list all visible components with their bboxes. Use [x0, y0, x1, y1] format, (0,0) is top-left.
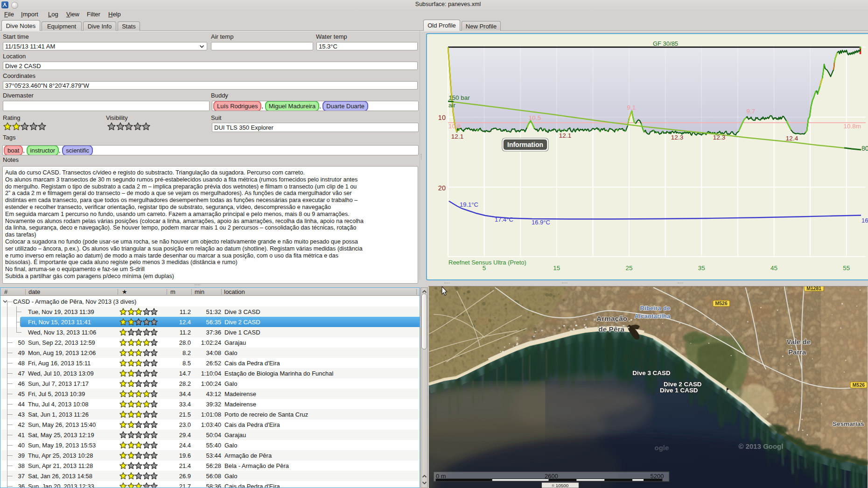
svg-text:12.4: 12.4	[786, 135, 798, 142]
svg-text:10.5: 10.5	[529, 114, 541, 121]
svg-text:150 bar: 150 bar	[448, 94, 470, 101]
svg-text:© 2013 Googl: © 2013 Googl	[739, 442, 784, 450]
svg-text:12.1: 12.1	[559, 132, 571, 139]
svg-text:Dive 2 CASD: Dive 2 CASD	[664, 381, 702, 388]
svg-text:0 m: 0 m	[436, 473, 446, 480]
svg-text:19.1°C: 19.1°C	[460, 201, 478, 208]
svg-text:Information: Information	[507, 141, 543, 148]
svg-text:9.1: 9.1	[627, 104, 636, 111]
svg-text:Vale de: Vale de	[786, 338, 811, 346]
svg-text:5200: 5200	[651, 473, 664, 480]
svg-text:≈ 10500: ≈ 10500	[552, 483, 568, 488]
svg-text:M1281: M1281	[806, 286, 821, 291]
svg-text:Alcantarilha: Alcantarilha	[634, 313, 671, 320]
svg-text:12.3: 12.3	[671, 134, 683, 141]
svg-text:GF 30/85: GF 30/85	[653, 40, 678, 47]
svg-text:de Pêra: de Pêra	[598, 325, 624, 333]
svg-text:5: 5	[483, 265, 486, 272]
svg-text:25: 25	[626, 265, 633, 272]
svg-text:Dive 3 CASD: Dive 3 CASD	[632, 369, 671, 376]
svg-text:10.8m: 10.8m	[843, 123, 861, 130]
svg-text:55: 55	[843, 265, 850, 272]
svg-text:16.9°C: 16.9°C	[532, 219, 550, 226]
svg-text:17.4°C: 17.4°C	[495, 216, 513, 223]
svg-text:air: air	[448, 102, 456, 109]
svg-text:12.1: 12.1	[451, 133, 463, 140]
svg-text:15: 15	[553, 265, 560, 272]
svg-text:80: 80	[861, 145, 868, 152]
svg-text:Armação: Armação	[596, 314, 627, 322]
svg-text:Sesmarias: Sesmarias	[833, 420, 864, 427]
svg-text:Dive 1 CASD: Dive 1 CASD	[660, 387, 698, 394]
svg-text:Reefnet Sensus Ultra (Preto): Reefnet Sensus Ultra (Preto)	[448, 259, 526, 266]
svg-text:35: 35	[698, 265, 705, 272]
svg-text:Ribeira de: Ribeira de	[640, 305, 671, 312]
svg-text:Parra: Parra	[788, 348, 806, 356]
svg-text:M526: M526	[853, 383, 865, 388]
svg-text:2600: 2600	[545, 473, 558, 480]
svg-text:10.8: 10.8	[448, 123, 461, 130]
svg-text:M526: M526	[715, 301, 728, 306]
svg-text:10: 10	[438, 114, 446, 121]
svg-text:12.3: 12.3	[713, 134, 725, 141]
svg-text:20: 20	[438, 184, 446, 192]
svg-text:16.: 16.	[861, 217, 868, 224]
svg-text:9.7: 9.7	[747, 108, 756, 115]
svg-text:45: 45	[770, 265, 777, 272]
svg-text:ogle: ogle	[655, 444, 669, 452]
